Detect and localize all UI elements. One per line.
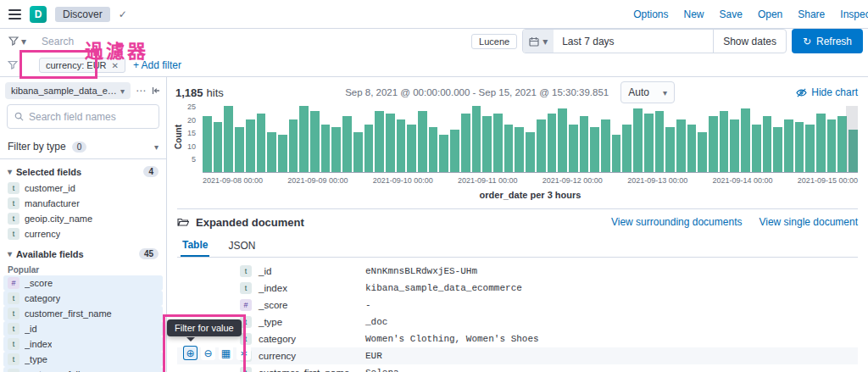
- histogram-bar[interactable]: [278, 135, 287, 172]
- document-field-row[interactable]: t_indexkibana_sample_data_ecommerce: [177, 280, 858, 297]
- histogram-bar[interactable]: [569, 125, 578, 172]
- interval-select[interactable]: Auto ▾: [620, 81, 675, 103]
- field-item[interactable]: #_score: [3, 275, 163, 291]
- filter-out-value-icon[interactable]: ⊖: [201, 346, 215, 360]
- available-fields-header[interactable]: ▾ Available fields 45: [0, 242, 166, 263]
- histogram-bar[interactable]: [612, 135, 621, 172]
- refresh-button[interactable]: ↻ Refresh: [792, 29, 863, 53]
- histogram-bar[interactable]: [537, 119, 546, 172]
- field-item[interactable]: tcurrency: [0, 226, 166, 242]
- histogram-bar[interactable]: [795, 122, 804, 172]
- histogram-bar[interactable]: [773, 127, 782, 172]
- histogram-bar[interactable]: [601, 119, 610, 172]
- histogram-bar[interactable]: [429, 127, 438, 172]
- histogram-bar[interactable]: [353, 132, 363, 172]
- menu-inspect[interactable]: Inspect: [840, 8, 868, 20]
- hide-chart-link[interactable]: Hide chart: [796, 86, 858, 98]
- histogram-bar[interactable]: [687, 125, 697, 172]
- document-field-row[interactable]: tcustomer_first_nameSelena: [177, 364, 858, 372]
- histogram-bar[interactable]: [730, 119, 739, 172]
- document-field-row[interactable]: t_ideNnKmnsBLRdwxjES-UHm: [177, 263, 858, 280]
- histogram-bar[interactable]: [698, 132, 707, 172]
- calendar-button[interactable]: ▾: [523, 30, 554, 53]
- histogram-bar[interactable]: [224, 106, 233, 172]
- histogram-bar[interactable]: [310, 111, 320, 172]
- histogram-bar[interactable]: [235, 127, 244, 172]
- histogram-bar[interactable]: [805, 125, 815, 172]
- show-dates-button[interactable]: Show dates: [713, 30, 786, 53]
- add-filter-link[interactable]: + Add filter: [133, 59, 181, 71]
- kibana-logo[interactable]: D: [30, 6, 47, 23]
- menu-icon[interactable]: [8, 9, 21, 19]
- histogram-bar[interactable]: [493, 114, 503, 172]
- field-item[interactable]: tcustomer_full_name: [3, 367, 163, 372]
- field-item[interactable]: t_index: [3, 336, 163, 352]
- tab-json[interactable]: JSON: [226, 235, 257, 257]
- histogram-bar[interactable]: [450, 130, 459, 172]
- histogram-bar[interactable]: [407, 125, 416, 172]
- field-item[interactable]: tmanufacturer: [0, 196, 166, 211]
- field-item[interactable]: t_id: [3, 321, 163, 336]
- index-options-icon[interactable]: ⋯: [136, 85, 146, 97]
- histogram-bar[interactable]: [526, 132, 535, 172]
- histogram-bar[interactable]: [214, 122, 223, 172]
- histogram-bar[interactable]: [267, 132, 276, 172]
- histogram-bar[interactable]: [622, 125, 632, 172]
- histogram-bar[interactable]: [741, 108, 750, 172]
- menu-new[interactable]: New: [684, 8, 704, 20]
- histogram-bar[interactable]: [289, 119, 298, 172]
- histogram-bar[interactable]: [752, 125, 761, 172]
- histogram-bar[interactable]: [504, 125, 514, 172]
- histogram-bar[interactable]: [472, 106, 481, 172]
- histogram-bar[interactable]: [203, 116, 212, 172]
- histogram-bar[interactable]: [482, 116, 492, 172]
- histogram-bar[interactable]: [515, 127, 524, 172]
- histogram-bar[interactable]: [580, 116, 589, 172]
- histogram-bar[interactable]: [246, 119, 255, 172]
- histogram-bar[interactable]: [709, 116, 718, 172]
- remove-filter-icon[interactable]: ✕: [112, 61, 119, 70]
- filter-pill-currency-eur[interactable]: currency: EUR ✕: [39, 58, 125, 73]
- field-item[interactable]: tcustomer_first_name: [3, 306, 163, 321]
- index-pattern-select[interactable]: kibana_sample_data_ecom... ▾: [5, 82, 131, 99]
- field-item[interactable]: tgeoip.city_name: [0, 211, 166, 226]
- histogram-bar[interactable]: [397, 119, 406, 172]
- histogram-bar[interactable]: [364, 125, 374, 172]
- filter-exists-icon[interactable]: ∗: [236, 346, 251, 360]
- histogram-bar[interactable]: [720, 111, 729, 172]
- breadcrumb[interactable]: Discover: [55, 7, 110, 22]
- field-item[interactable]: tcategory: [3, 291, 163, 306]
- filter-by-type-toggle[interactable]: Filter by type 0 ▾: [0, 135, 166, 159]
- histogram-bar[interactable]: [375, 111, 384, 172]
- view-surrounding-documents-link[interactable]: View surrounding documents: [611, 216, 743, 228]
- view-single-document-link[interactable]: View single document: [759, 216, 858, 228]
- histogram-bar[interactable]: [299, 106, 309, 172]
- histogram-bar[interactable]: [331, 127, 341, 172]
- tab-table[interactable]: Table: [181, 235, 209, 257]
- menu-open[interactable]: Open: [758, 8, 782, 20]
- saved-query-menu-button[interactable]: ▾: [5, 36, 30, 47]
- histogram-bar[interactable]: [655, 111, 665, 172]
- histogram-bar[interactable]: [665, 127, 675, 172]
- histogram-bar[interactable]: [548, 114, 557, 172]
- histogram-bar[interactable]: [763, 116, 772, 172]
- histogram-bar[interactable]: [816, 114, 826, 172]
- time-range-value[interactable]: Last 7 days: [554, 36, 713, 47]
- histogram-bar[interactable]: [418, 111, 427, 172]
- histogram-bar[interactable]: [439, 135, 448, 172]
- document-field-row[interactable]: #_score-: [177, 297, 858, 314]
- toggle-column-icon[interactable]: ▦: [219, 346, 233, 360]
- search-input[interactable]: Search: [35, 31, 466, 53]
- field-item[interactable]: t_type: [3, 352, 163, 367]
- histogram-bar[interactable]: [342, 116, 352, 172]
- query-language-badge[interactable]: Lucene: [471, 34, 517, 49]
- menu-share[interactable]: Share: [798, 8, 825, 20]
- histogram-bar[interactable]: [784, 119, 793, 172]
- menu-options[interactable]: Options: [633, 8, 668, 20]
- histogram-bar[interactable]: [633, 108, 643, 172]
- histogram-bar[interactable]: [321, 125, 331, 172]
- selected-fields-header[interactable]: ▾ Selected fields 4: [0, 159, 166, 180]
- filter-for-value-icon[interactable]: ⊕: [183, 346, 198, 360]
- collapse-sidebar-icon[interactable]: [151, 86, 161, 96]
- histogram-bar[interactable]: [827, 119, 837, 172]
